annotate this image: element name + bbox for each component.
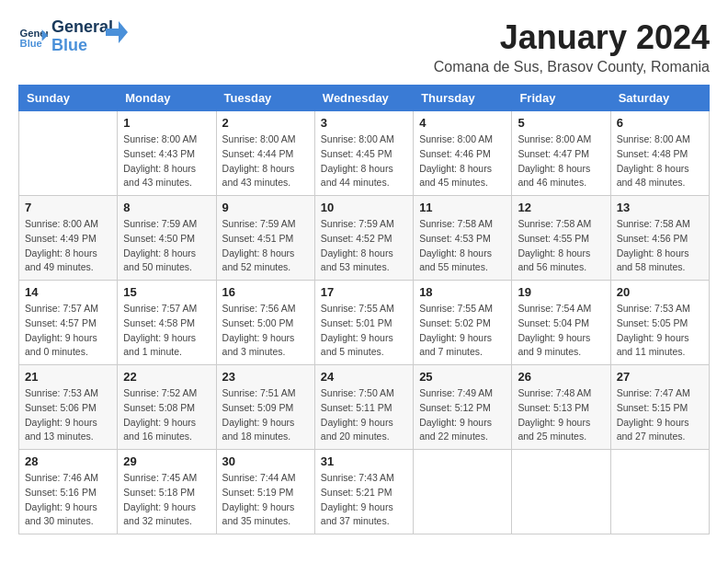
day-info: Sunrise: 8:00 AMSunset: 4:48 PMDaylight:…: [617, 132, 703, 190]
calendar-cell: 17Sunrise: 7:55 AMSunset: 5:01 PMDayligh…: [314, 281, 413, 365]
day-info: Sunrise: 7:50 AMSunset: 5:11 PMDaylight:…: [321, 386, 407, 444]
calendar-week-row: 14Sunrise: 7:57 AMSunset: 4:57 PMDayligh…: [19, 281, 710, 365]
day-number: 29: [123, 454, 210, 468]
day-number: 10: [321, 201, 407, 214]
calendar-table: SundayMondayTuesdayWednesdayThursdayFrid…: [18, 85, 710, 534]
calendar-cell: 24Sunrise: 7:50 AMSunset: 5:11 PMDayligh…: [314, 365, 413, 450]
day-info: Sunrise: 7:49 AMSunset: 5:12 PMDaylight:…: [419, 386, 506, 444]
day-number: 7: [25, 201, 111, 214]
day-info: Sunrise: 7:46 AMSunset: 5:16 PMDaylight:…: [25, 471, 111, 529]
svg-marker-3: [106, 21, 128, 43]
day-info: Sunrise: 7:58 AMSunset: 4:55 PMDaylight:…: [518, 217, 604, 275]
day-info: Sunrise: 7:56 AMSunset: 5:00 PMDaylight:…: [222, 302, 309, 360]
logo-text-general: General: [51, 18, 113, 37]
day-number: 11: [419, 201, 506, 214]
month-title: January 2024: [434, 18, 710, 57]
calendar-cell: [414, 450, 512, 534]
calendar-cell: 25Sunrise: 7:49 AMSunset: 5:12 PMDayligh…: [414, 365, 512, 450]
logo-icon: General Blue: [18, 22, 48, 52]
day-number: 6: [617, 116, 703, 130]
day-info: Sunrise: 7:57 AMSunset: 4:58 PMDaylight:…: [123, 302, 210, 360]
calendar-cell: 8Sunrise: 7:59 AMSunset: 4:50 PMDaylight…: [118, 196, 216, 281]
calendar-cell: 21Sunrise: 7:53 AMSunset: 5:06 PMDayligh…: [19, 365, 118, 450]
calendar-cell: 6Sunrise: 8:00 AMSunset: 4:48 PMDaylight…: [610, 111, 709, 196]
weekday-header-sunday: Sunday: [19, 86, 118, 111]
calendar-cell: 14Sunrise: 7:57 AMSunset: 4:57 PMDayligh…: [19, 281, 118, 365]
day-number: 13: [617, 201, 703, 214]
calendar-cell: 28Sunrise: 7:46 AMSunset: 5:16 PMDayligh…: [19, 450, 118, 534]
day-info: Sunrise: 7:55 AMSunset: 5:02 PMDaylight:…: [419, 302, 506, 360]
day-info: Sunrise: 8:00 AMSunset: 4:44 PMDaylight:…: [222, 132, 309, 190]
calendar-cell: 13Sunrise: 7:58 AMSunset: 4:56 PMDayligh…: [610, 196, 709, 281]
day-number: 22: [123, 370, 210, 384]
svg-text:Blue: Blue: [20, 38, 42, 49]
day-number: 18: [419, 285, 506, 299]
calendar-cell: [19, 111, 118, 196]
calendar-week-row: 7Sunrise: 8:00 AMSunset: 4:49 PMDaylight…: [19, 196, 710, 281]
day-number: 14: [25, 285, 111, 299]
calendar-cell: 23Sunrise: 7:51 AMSunset: 5:09 PMDayligh…: [216, 365, 314, 450]
calendar-cell: 4Sunrise: 8:00 AMSunset: 4:46 PMDaylight…: [414, 111, 512, 196]
weekday-header-saturday: Saturday: [610, 86, 709, 111]
calendar-week-row: 21Sunrise: 7:53 AMSunset: 5:06 PMDayligh…: [19, 365, 710, 450]
calendar-cell: 31Sunrise: 7:43 AMSunset: 5:21 PMDayligh…: [314, 450, 413, 534]
day-number: 16: [222, 285, 309, 299]
day-number: 27: [617, 370, 703, 384]
calendar-week-row: 1Sunrise: 8:00 AMSunset: 4:43 PMDaylight…: [19, 111, 710, 196]
day-info: Sunrise: 8:00 AMSunset: 4:43 PMDaylight:…: [123, 132, 210, 190]
day-info: Sunrise: 7:48 AMSunset: 5:13 PMDaylight:…: [518, 386, 604, 444]
day-info: Sunrise: 7:47 AMSunset: 5:15 PMDaylight:…: [617, 386, 703, 444]
day-info: Sunrise: 7:53 AMSunset: 5:05 PMDaylight:…: [617, 302, 703, 360]
calendar-cell: 5Sunrise: 8:00 AMSunset: 4:47 PMDaylight…: [512, 111, 610, 196]
weekday-header-row: SundayMondayTuesdayWednesdayThursdayFrid…: [19, 86, 710, 111]
day-number: 21: [25, 370, 111, 384]
logo-arrow-icon: [106, 21, 128, 43]
page-header: General Blue General Blue January 2024 C…: [18, 18, 710, 75]
calendar-cell: 29Sunrise: 7:45 AMSunset: 5:18 PMDayligh…: [118, 450, 216, 534]
day-number: 31: [321, 454, 407, 468]
day-number: 28: [25, 454, 111, 468]
day-info: Sunrise: 7:52 AMSunset: 5:08 PMDaylight:…: [123, 386, 210, 444]
calendar-cell: [512, 450, 610, 534]
day-info: Sunrise: 7:51 AMSunset: 5:09 PMDaylight:…: [222, 386, 309, 444]
calendar-cell: 2Sunrise: 8:00 AMSunset: 4:44 PMDaylight…: [216, 111, 314, 196]
calendar-cell: 9Sunrise: 7:59 AMSunset: 4:51 PMDaylight…: [216, 196, 314, 281]
day-info: Sunrise: 7:59 AMSunset: 4:50 PMDaylight:…: [123, 217, 210, 275]
day-number: 1: [123, 116, 210, 130]
day-number: 9: [222, 201, 309, 214]
title-section: January 2024 Comana de Sus, Brasov Count…: [434, 18, 710, 75]
day-number: 30: [222, 454, 309, 468]
day-number: 15: [123, 285, 210, 299]
weekday-header-monday: Monday: [118, 86, 216, 111]
calendar-cell: 20Sunrise: 7:53 AMSunset: 5:05 PMDayligh…: [610, 281, 709, 365]
day-info: Sunrise: 7:59 AMSunset: 4:51 PMDaylight:…: [222, 217, 309, 275]
calendar-cell: 10Sunrise: 7:59 AMSunset: 4:52 PMDayligh…: [314, 196, 413, 281]
calendar-cell: 16Sunrise: 7:56 AMSunset: 5:00 PMDayligh…: [216, 281, 314, 365]
weekday-header-thursday: Thursday: [414, 86, 512, 111]
day-info: Sunrise: 8:00 AMSunset: 4:47 PMDaylight:…: [518, 132, 604, 190]
day-number: 8: [123, 201, 210, 214]
day-info: Sunrise: 7:53 AMSunset: 5:06 PMDaylight:…: [25, 386, 111, 444]
calendar-cell: 18Sunrise: 7:55 AMSunset: 5:02 PMDayligh…: [414, 281, 512, 365]
day-info: Sunrise: 7:54 AMSunset: 5:04 PMDaylight:…: [518, 302, 604, 360]
calendar-cell: 22Sunrise: 7:52 AMSunset: 5:08 PMDayligh…: [118, 365, 216, 450]
day-info: Sunrise: 8:00 AMSunset: 4:49 PMDaylight:…: [25, 217, 111, 275]
day-info: Sunrise: 8:00 AMSunset: 4:46 PMDaylight:…: [419, 132, 506, 190]
calendar-cell: 27Sunrise: 7:47 AMSunset: 5:15 PMDayligh…: [610, 365, 709, 450]
calendar-cell: 19Sunrise: 7:54 AMSunset: 5:04 PMDayligh…: [512, 281, 610, 365]
day-info: Sunrise: 7:58 AMSunset: 4:56 PMDaylight:…: [617, 217, 703, 275]
calendar-cell: 3Sunrise: 8:00 AMSunset: 4:45 PMDaylight…: [314, 111, 413, 196]
day-info: Sunrise: 7:58 AMSunset: 4:53 PMDaylight:…: [419, 217, 506, 275]
weekday-header-friday: Friday: [512, 86, 610, 111]
day-info: Sunrise: 8:00 AMSunset: 4:45 PMDaylight:…: [321, 132, 407, 190]
day-number: 17: [321, 285, 407, 299]
day-number: 24: [321, 370, 407, 384]
day-number: 23: [222, 370, 309, 384]
calendar-cell: 1Sunrise: 8:00 AMSunset: 4:43 PMDaylight…: [118, 111, 216, 196]
day-number: 2: [222, 116, 309, 130]
day-number: 26: [518, 370, 604, 384]
day-info: Sunrise: 7:45 AMSunset: 5:18 PMDaylight:…: [123, 471, 210, 529]
logo-text-blue: Blue: [51, 37, 113, 55]
calendar-cell: 30Sunrise: 7:44 AMSunset: 5:19 PMDayligh…: [216, 450, 314, 534]
day-number: 20: [617, 285, 703, 299]
